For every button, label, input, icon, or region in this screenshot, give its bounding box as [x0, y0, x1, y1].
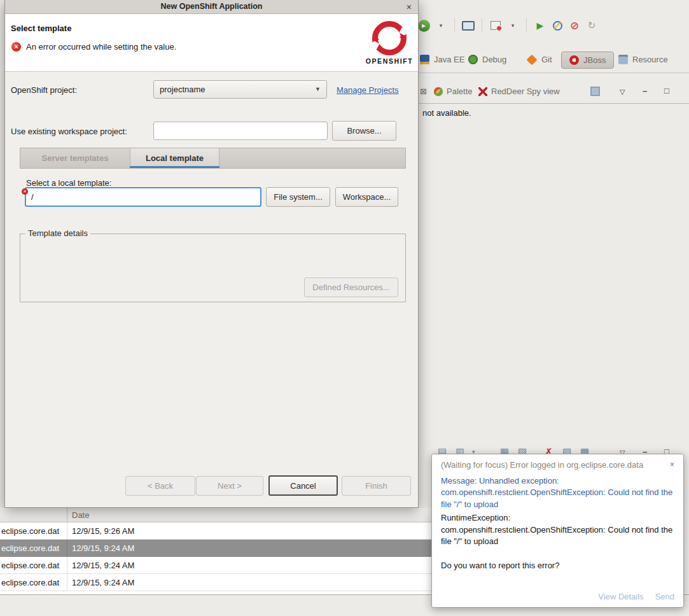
console-icon[interactable] — [489, 18, 502, 33]
back-button[interactable]: < Back — [125, 476, 195, 496]
perspective-label: Debug — [482, 55, 506, 64]
date-cell: 12/9/15, 9:26 AM — [72, 526, 134, 536]
notification-detail: RuntimeException: com.openshift.restclie… — [441, 512, 674, 547]
cell-separator — [67, 574, 67, 591]
table-row-selected[interactable]: eclipse.core.dat 12/9/15, 9:24 AM — [0, 540, 431, 557]
dialog-title: New OpenShift Application — [5, 0, 418, 13]
view-menu-icon[interactable]: ▽ — [620, 88, 625, 96]
finish-button[interactable]: Finish — [342, 476, 411, 496]
console-dropdown-icon[interactable]: ▾ — [506, 18, 519, 33]
existing-project-label: Use existing workspace project: — [11, 127, 127, 136]
template-tab-folder: Server templates Local template — [20, 148, 406, 169]
table-row[interactable]: eclipse.core.dat 12/9/15, 9:24 AM — [0, 574, 431, 591]
cell-separator — [67, 557, 67, 574]
perspective-resource[interactable]: Resource — [618, 55, 668, 64]
table-row[interactable]: eclipse.core.dat 12/9/15, 9:24 AM — [0, 557, 431, 574]
hidden-tab-close-icon[interactable]: ⊠ — [420, 87, 427, 96]
openshift-logo-icon — [372, 21, 407, 55]
brand-text: OPENSHIFT — [363, 57, 415, 65]
perspective-label: JBoss — [583, 55, 606, 65]
existing-project-input[interactable] — [153, 122, 328, 140]
project-combo[interactable]: projectname ▼ — [153, 80, 327, 99]
dialog-titlebar[interactable]: New OpenShift Application × — [5, 0, 418, 14]
run-dropdown-icon[interactable]: ▾ — [435, 18, 447, 33]
skip-breakpoints-icon[interactable] — [551, 18, 564, 33]
file-system-button[interactable]: File system... — [266, 187, 330, 207]
toolbar-separator — [526, 18, 527, 32]
perspective-debug[interactable]: Debug — [468, 55, 506, 64]
plugin-cell: eclipse.core.dat — [1, 526, 65, 536]
main-toolbar: ▶ ▾ ▾ ▶ ⊘ ↻ — [417, 15, 598, 36]
cell-separator — [67, 522, 67, 540]
template-details-group: Template details Defined Resources... — [20, 234, 406, 302]
date-cell: 12/9/15, 9:24 AM — [72, 543, 134, 553]
new-openshift-application-dialog: New OpenShift Application × Select templ… — [4, 0, 419, 508]
next-button[interactable]: Next > — [196, 476, 263, 496]
plugin-cell: eclipse.core.dat — [1, 561, 65, 570]
maximize-icon[interactable]: □ — [664, 86, 669, 95]
resource-perspective-icon — [618, 55, 628, 64]
cancel-button[interactable]: Cancel — [268, 475, 338, 496]
send-link[interactable]: Send — [655, 592, 674, 601]
perspective-javaee[interactable]: Java EE — [420, 55, 464, 64]
field-error-decoration-icon — [22, 188, 28, 195]
toolbar-separator — [482, 18, 482, 32]
local-template-input[interactable] — [25, 187, 261, 207]
log-table-header[interactable]: Date — [0, 508, 431, 522]
view-misc-icon — [590, 87, 600, 96]
chevron-down-icon: ▼ — [315, 86, 321, 92]
error-icon — [11, 42, 21, 52]
tab-server-templates[interactable]: Server templates — [20, 148, 130, 168]
view-message: not available. — [422, 108, 471, 118]
tab-close-icon: ⊠ — [420, 87, 427, 96]
date-column-header[interactable]: Date — [72, 510, 89, 520]
view-details-link[interactable]: View Details — [598, 592, 643, 601]
monitor-icon — [462, 21, 475, 31]
tab-local-template[interactable]: Local template — [130, 148, 219, 168]
relaunch-icon[interactable]: ↻ — [585, 18, 598, 33]
notification-actions: View Details Send — [598, 592, 674, 601]
date-cell: 12/9/15, 9:24 AM — [72, 578, 134, 587]
plugin-cell: eclipse.core.dat — [1, 578, 65, 587]
run-history-icon[interactable]: ▶ — [417, 18, 430, 33]
perspective-label: Resource — [632, 55, 668, 64]
remote-display-icon[interactable] — [462, 18, 475, 33]
notification-title-row: (Waiting for focus) Error logged in org.… — [441, 460, 674, 470]
browse-button[interactable]: Browse... — [332, 121, 396, 141]
perspective-git[interactable]: Git — [527, 55, 552, 64]
column-separator — [67, 508, 67, 522]
notification-close-icon[interactable]: × — [670, 460, 674, 469]
dialog-close-icon[interactable]: × — [407, 1, 412, 13]
wizard-error-row: An error occurred while setting the valu… — [11, 42, 176, 52]
tab-palette[interactable]: Palette — [434, 87, 472, 96]
date-cell: 12/9/15, 9:24 AM — [72, 561, 134, 570]
view-toolbar-icon[interactable] — [590, 87, 600, 96]
wizard-header: Select template An error occurred while … — [5, 14, 418, 72]
manage-projects-link[interactable]: Manage Projects — [337, 85, 399, 95]
error-notification-popup: (Waiting for focus) Error logged in org.… — [431, 454, 684, 608]
wizard-page-title: Select template — [11, 24, 71, 33]
run-icon[interactable]: ▶ — [534, 18, 546, 33]
perspective-jboss-active[interactable]: JBoss — [561, 52, 614, 69]
terminate-icon[interactable]: ⊘ — [568, 18, 581, 33]
tab-reddeer-spy-view[interactable]: RedDeer Spy view — [478, 87, 560, 96]
template-details-legend: Template details — [25, 228, 90, 238]
git-perspective-icon — [527, 54, 538, 65]
notification-message-link[interactable]: Message: Unhandled exception: com.opensh… — [441, 475, 674, 510]
openshift-logo: OPENSHIFT — [363, 21, 415, 65]
minimize-icon[interactable]: – — [643, 86, 647, 95]
project-combo-value: projectname — [160, 85, 205, 94]
project-label: OpenShift project: — [11, 85, 77, 95]
debug-perspective-icon — [468, 55, 478, 64]
notification-title: (Waiting for focus) Error logged in org.… — [441, 460, 670, 470]
defined-resources-button[interactable]: Defined Resources... — [304, 277, 398, 297]
toolbar-separator — [454, 18, 455, 32]
skip-glyph-icon — [553, 21, 562, 31]
local-template-label: Select a local template: — [26, 178, 111, 188]
table-row[interactable]: eclipse.core.dat 12/9/15, 9:26 AM — [0, 522, 431, 540]
workspace-button[interactable]: Workspace... — [335, 187, 398, 207]
reddeer-icon — [478, 87, 487, 96]
tab-label: RedDeer Spy view — [491, 87, 560, 96]
run-circle-icon: ▶ — [418, 20, 430, 32]
error-message: An error occurred while setting the valu… — [26, 42, 176, 52]
